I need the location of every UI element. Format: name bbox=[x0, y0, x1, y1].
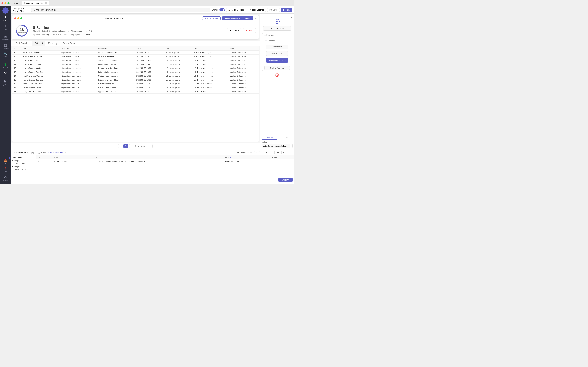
preview-more-link[interactable]: Preview more data bbox=[48, 151, 63, 154]
table-cell: 18. Lorem Ipsum bbox=[164, 90, 192, 94]
save-button[interactable]: 💾 Save bbox=[267, 8, 279, 12]
refresh-icon[interactable]: ↻ bbox=[33, 8, 35, 11]
browser-close-light[interactable] bbox=[14, 17, 16, 19]
sidebar-item-inbox[interactable]: 📥 Inbox 1 bbox=[1, 157, 10, 165]
sidebar-item-settings[interactable]: ⚙ Settings bbox=[1, 174, 10, 182]
field-group-page1: ▼ Page 1 Extract Data bbox=[12, 159, 35, 165]
add-field-icon[interactable]: + bbox=[230, 156, 231, 158]
sidebar-item-dashboard[interactable]: ⊞ Dashboard bbox=[1, 34, 10, 42]
panel-tab-general[interactable]: General bbox=[261, 135, 277, 140]
flow-arrow-8: ↓ bbox=[261, 71, 293, 73]
table-cell: 9. This is a dummy te... bbox=[192, 55, 229, 58]
monitor-run-icon: 🖥 bbox=[32, 26, 35, 29]
tab-close-icon[interactable]: ✕ bbox=[44, 2, 47, 4]
preview-col-text: Text bbox=[94, 155, 223, 159]
settings-small-icon: ⚙ bbox=[250, 9, 251, 11]
flow-goto-webpage[interactable]: Go to Webpage bbox=[263, 26, 291, 31]
tab-task-overview[interactable]: Task Overview bbox=[14, 41, 32, 46]
grid-view-btn[interactable]: ⊞ bbox=[281, 151, 286, 154]
sidebar-item-automation[interactable]: ⚙ Automation bbox=[1, 70, 10, 78]
pause-button[interactable]: ⏸ Pause bbox=[227, 28, 242, 33]
browser-fullscreen-light[interactable] bbox=[20, 17, 22, 19]
table-cell: https://demo.octopars... bbox=[59, 82, 96, 86]
prev-page-button[interactable]: ‹ bbox=[118, 144, 122, 148]
tab-recent-runs[interactable]: Recent Runs bbox=[61, 41, 77, 46]
url-bar[interactable]: ↻ Octoparse Demo Site bbox=[31, 8, 210, 12]
filter-icon-btn[interactable]: ⚙ bbox=[270, 151, 275, 154]
enter-subpage-button[interactable]: ↪ Enter subpage bbox=[236, 151, 253, 154]
preview-col-no: No. bbox=[36, 155, 52, 159]
expand-icon[interactable]: » bbox=[291, 16, 292, 18]
table-cell: 11 bbox=[12, 62, 21, 66]
browser-traffic-lights bbox=[14, 17, 22, 19]
refresh-data-icon[interactable]: ↻ bbox=[65, 151, 66, 154]
page1-extract-data[interactable]: Extract Data bbox=[12, 162, 35, 165]
close-traffic-light[interactable] bbox=[1, 2, 3, 4]
flow-arrow-2: ↓ bbox=[261, 31, 293, 33]
stop-button[interactable]: ⏹ Stop bbox=[243, 28, 256, 33]
goto-page-input[interactable] bbox=[146, 144, 153, 148]
table-cell: Shopee is an importan... bbox=[96, 58, 135, 62]
action-input-icon[interactable]: ℹ bbox=[290, 144, 293, 148]
next-page-button[interactable]: › bbox=[129, 144, 133, 148]
tab-event-log[interactable]: Event Log bbox=[46, 41, 60, 46]
table-row: 11How to Scrape Costco...https://demo.oc… bbox=[12, 62, 259, 66]
save-icon: 💾 bbox=[269, 9, 272, 11]
sidebar-item-template[interactable]: ▦ Template bbox=[1, 42, 10, 50]
table-cell: On this page, you can ... bbox=[96, 74, 135, 78]
sidebar-item-data-service[interactable]: 🗄 Data Servi... bbox=[1, 78, 10, 88]
table-cell: 13. This is a dummy t... bbox=[192, 70, 229, 74]
right-panel-bottom: General Options Action ℹ bbox=[260, 134, 294, 150]
col-field: Field bbox=[229, 46, 259, 51]
running-area: 18 Data Extracted 🖥 Running [Click URLs … bbox=[12, 22, 259, 39]
page1-header[interactable]: ▼ Page 1 bbox=[12, 159, 35, 162]
flow-click-urls[interactable]: Click URLs in th... bbox=[266, 51, 288, 56]
table-cell: In this article, you can ... bbox=[96, 62, 135, 66]
run-button[interactable]: ▶ Run bbox=[281, 8, 292, 12]
table-cell: Author: Octoparse bbox=[229, 55, 259, 58]
col-time: Time bbox=[135, 46, 164, 51]
minus-icon: ➖ bbox=[264, 34, 266, 36]
flow-extract-data[interactable]: Extract Data bbox=[266, 44, 288, 49]
new-icon: ＋ bbox=[4, 24, 7, 28]
download-icon-btn[interactable]: ↓ bbox=[259, 151, 263, 154]
sidebar-item-upgrade[interactable]: ⬆ Upg... bbox=[1, 14, 10, 22]
more-options-btn[interactable]: ⋯ bbox=[287, 151, 292, 154]
running-status: [Click URLs in the list] Loading webpage… bbox=[32, 30, 223, 32]
upload-icon-btn[interactable]: ↑ bbox=[254, 151, 258, 154]
list-view-btn[interactable]: ☰ bbox=[276, 151, 280, 154]
flow-extract-data-th[interactable]: Extract data on th... ··· bbox=[266, 58, 288, 63]
browse-toggle-switch[interactable] bbox=[219, 8, 225, 11]
panel-tab-options[interactable]: Options bbox=[277, 135, 293, 140]
show-browser-button[interactable]: 🖥 Show Browser bbox=[202, 17, 221, 20]
table-cell: 12. This is a dummy t... bbox=[192, 66, 229, 70]
active-tab[interactable]: Octoparse Demo Site ✕ bbox=[22, 1, 49, 5]
apply-button[interactable]: Apply bbox=[278, 178, 293, 182]
preview-action-icon[interactable]: ⤵ bbox=[272, 160, 273, 162]
fullscreen-traffic-light[interactable] bbox=[8, 2, 9, 4]
login-cookies-button[interactable]: 🔒 Login Cookies bbox=[226, 8, 246, 12]
table-cell: Author: Octoparse bbox=[229, 66, 259, 70]
avatar[interactable]: O bbox=[2, 8, 9, 14]
table-cell: How to Scrape Costco... bbox=[21, 62, 59, 66]
page2-header[interactable]: ▼ Page 2 bbox=[12, 165, 35, 168]
browser-minimize-light[interactable] bbox=[17, 17, 19, 19]
action-input[interactable] bbox=[262, 144, 290, 148]
sidebar-item-pricing[interactable]: 💲 Pricing bbox=[1, 61, 10, 69]
table-cell: https://demo.octopars... bbox=[59, 90, 96, 94]
current-page[interactable]: 1 bbox=[123, 144, 128, 148]
show-webpage-button[interactable]: Show the webpage in progress ℹ bbox=[222, 16, 253, 20]
task-settings-button[interactable]: ⚙ Task Settings bbox=[248, 8, 266, 12]
table-cell: If you're looking for ho... bbox=[96, 82, 135, 86]
share-icon-btn[interactable]: ⬆ bbox=[264, 151, 269, 154]
flow-click-paginate[interactable]: Click to Paginate bbox=[264, 66, 290, 70]
page2-extract-data[interactable]: Extract data o... bbox=[12, 168, 35, 171]
tab-data-list[interactable]: Data List bbox=[32, 41, 45, 46]
sidebar-item-new[interactable]: ＋ New bbox=[1, 23, 10, 31]
table-cell: 8 bbox=[12, 51, 21, 55]
minimize-traffic-light[interactable] bbox=[4, 2, 7, 4]
sidebar-item-help[interactable]: ❓ Help bbox=[1, 166, 10, 174]
sidebar-item-tools[interactable]: 🔧 Tools bbox=[1, 51, 10, 58]
home-tab[interactable]: Home bbox=[11, 1, 20, 5]
edit-icon[interactable]: ✏ bbox=[255, 17, 257, 20]
